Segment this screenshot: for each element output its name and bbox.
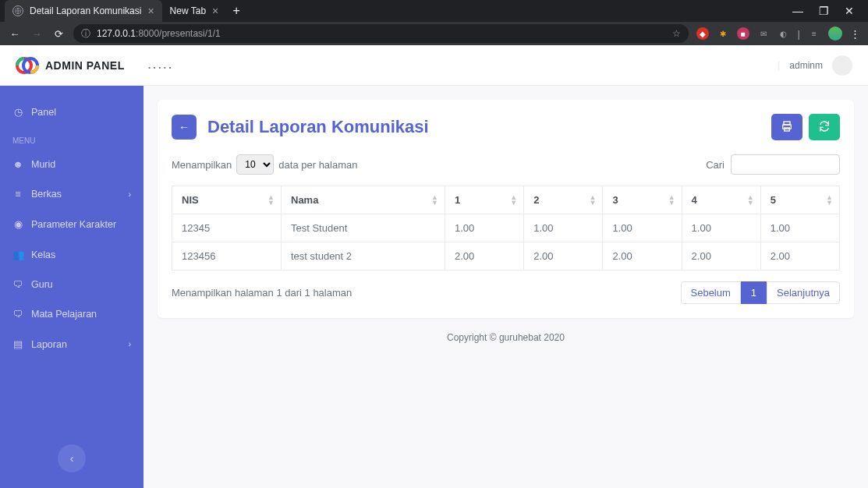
sidebar-item-laporan[interactable]: ▤ Laporan › [0, 329, 143, 359]
sidebar-item-label: Parameter Karakter [31, 219, 116, 230]
col-nama[interactable]: Nama▲▼ [282, 186, 445, 214]
username-label[interactable]: adminm [789, 60, 823, 71]
main-content: ← Detail Laporan Komunikasi [143, 86, 868, 488]
extension-icon[interactable]: ✉ [757, 27, 770, 40]
minimize-icon[interactable]: — [792, 5, 803, 17]
sort-icon: ▲▼ [826, 195, 833, 206]
extension-icon[interactable]: ≡ [808, 27, 820, 40]
sidebar-item-murid[interactable]: ☻ Murid [0, 150, 143, 179]
cell-nis: 123456 [172, 242, 282, 271]
browser-chrome: Detail Laporan Komunikasi × New Tab × + … [0, 0, 868, 45]
chat-icon: 🗨 [12, 279, 23, 290]
maximize-icon[interactable]: ❐ [819, 5, 829, 17]
card: ← Detail Laporan Komunikasi [158, 100, 854, 318]
perpage-select[interactable]: 10 [236, 154, 274, 175]
col-4[interactable]: 4▲▼ [682, 186, 760, 214]
sidebar-header: MENU [0, 127, 143, 150]
tabs-row: Detail Laporan Komunikasi × New Tab × + … [0, 0, 868, 22]
data-table: NIS▲▼ Nama▲▼ 1▲▼ 2▲▼ 3▲▼ 4▲▼ 5▲▼ 12345 T [172, 186, 840, 271]
refresh-icon [818, 120, 831, 135]
browser-tab[interactable]: New Tab × [162, 0, 227, 22]
col-label: 1 [455, 194, 460, 206]
back-button[interactable]: ← [172, 115, 197, 140]
forward-icon[interactable]: → [30, 28, 44, 40]
table-controls: Menampilkan 10 data per halaman Cari [172, 154, 840, 175]
topbar-right: | adminm [778, 55, 852, 76]
cell-v: 2.00 [524, 242, 603, 271]
col-label: 2 [533, 194, 539, 206]
back-icon[interactable]: ← [8, 28, 22, 40]
sidebar-item-label: Guru [31, 279, 53, 290]
topbar: ADMIN PANEL ..... | adminm [0, 45, 868, 86]
col-1[interactable]: 1▲▼ [445, 186, 524, 214]
search-wrap: Cari [706, 154, 840, 175]
sort-icon: ▲▼ [510, 195, 517, 206]
sort-icon: ▲▼ [589, 195, 596, 206]
star-icon[interactable]: ☆ [672, 28, 681, 39]
globe-icon [12, 5, 23, 16]
brand-text: ADMIN PANEL [45, 59, 125, 72]
browser-tab-active[interactable]: Detail Laporan Komunikasi × [5, 0, 162, 22]
sidebar-item-parameter[interactable]: ◉ Parameter Karakter [0, 209, 143, 239]
user-avatar[interactable] [832, 55, 852, 76]
search-input[interactable] [731, 154, 840, 175]
url-bar[interactable]: ⓘ 127.0.0.1:8000/presentasi/1/1 ☆ [73, 24, 689, 43]
col-5[interactable]: 5▲▼ [760, 186, 839, 214]
person-icon: ☻ [12, 159, 23, 170]
page-next-button[interactable]: Selanjutnya [767, 281, 840, 304]
close-window-icon[interactable]: ✕ [845, 5, 854, 17]
table-row: 123456 test student 2 2.00 2.00 2.00 2.0… [172, 242, 840, 271]
body-row: ◷ Panel MENU ☻ Murid ≡ Berkas › ◉ Parame… [0, 86, 868, 488]
chrome-menu-icon[interactable]: ⋮ [850, 28, 860, 40]
cell-v: 2.00 [603, 242, 682, 271]
close-icon[interactable]: × [147, 5, 154, 17]
sidebar-item-kelas[interactable]: 👥 Kelas [0, 239, 143, 270]
extension-icon[interactable]: ■ [737, 27, 749, 40]
logo-icon [16, 54, 39, 77]
sidebar-item-guru[interactable]: 🗨 Guru [0, 270, 143, 299]
print-button[interactable] [771, 114, 802, 140]
refresh-button[interactable] [809, 114, 840, 140]
table-row: 12345 Test Student 1.00 1.00 1.00 1.00 1… [172, 214, 840, 242]
app-root: ADMIN PANEL ..... | adminm ◷ Panel MENU … [0, 45, 868, 488]
new-tab-button[interactable]: + [226, 1, 246, 21]
page-number-button[interactable]: 1 [741, 281, 767, 304]
sidebar-item-mata-pelajaran[interactable]: 🗨 Mata Pelajaran [0, 299, 143, 329]
brand-wrap[interactable]: ADMIN PANEL [16, 54, 125, 77]
chevron-left-icon: ‹ [70, 452, 74, 465]
sidebar-item-label: Berkas [31, 189, 62, 200]
col-3[interactable]: 3▲▼ [603, 186, 682, 214]
extensions-tray: ◆ ✱ ■ ✉ ◐ | ≡ ⋮ [696, 27, 860, 41]
sidebar-collapse-button[interactable]: ‹ [58, 444, 86, 472]
browser-tab-title: New Tab [170, 5, 206, 16]
col-nis[interactable]: NIS▲▼ [172, 186, 282, 214]
reload-icon[interactable]: ⟳ [51, 28, 66, 40]
chevron-right-icon: › [129, 340, 131, 348]
profile-avatar-icon[interactable] [828, 27, 842, 41]
col-2[interactable]: 2▲▼ [524, 186, 603, 214]
address-bar-row: ← → ⟳ ⓘ 127.0.0.1:8000/presentasi/1/1 ☆ … [0, 22, 868, 45]
extension-icon[interactable]: ◆ [696, 27, 709, 40]
chat-icon: 🗨 [12, 309, 23, 320]
close-icon[interactable]: × [212, 5, 218, 17]
site-info-icon[interactable]: ⓘ [81, 27, 90, 41]
extension-icon[interactable]: ✱ [717, 27, 729, 40]
dashboard-icon: ◷ [12, 106, 23, 118]
dot-icon: ◉ [12, 218, 23, 230]
topbar-dots[interactable]: ..... [148, 59, 174, 71]
sidebar-item-label: Laporan [31, 339, 67, 350]
pagination: Sebelum 1 Selanjutnya [681, 281, 841, 304]
perpage-suffix: data per halaman [278, 159, 357, 171]
sort-icon: ▲▼ [431, 195, 438, 206]
bars-icon: ≡ [12, 189, 23, 200]
sidebar-item-panel[interactable]: ◷ Panel [0, 97, 143, 127]
chevron-right-icon: › [129, 190, 131, 199]
sidebar-item-label: Mata Pelajaran [31, 309, 97, 320]
divider: | [798, 28, 800, 40]
page-info: Menampilkan halaman 1 dari 1 halaman [172, 287, 352, 299]
sidebar-item-berkas[interactable]: ≡ Berkas › [0, 179, 143, 209]
card-header: ← Detail Laporan Komunikasi [172, 114, 840, 140]
page-prev-button[interactable]: Sebelum [681, 281, 741, 304]
extension-icon[interactable]: ◐ [778, 27, 790, 40]
sidebar-item-label: Kelas [31, 249, 55, 260]
